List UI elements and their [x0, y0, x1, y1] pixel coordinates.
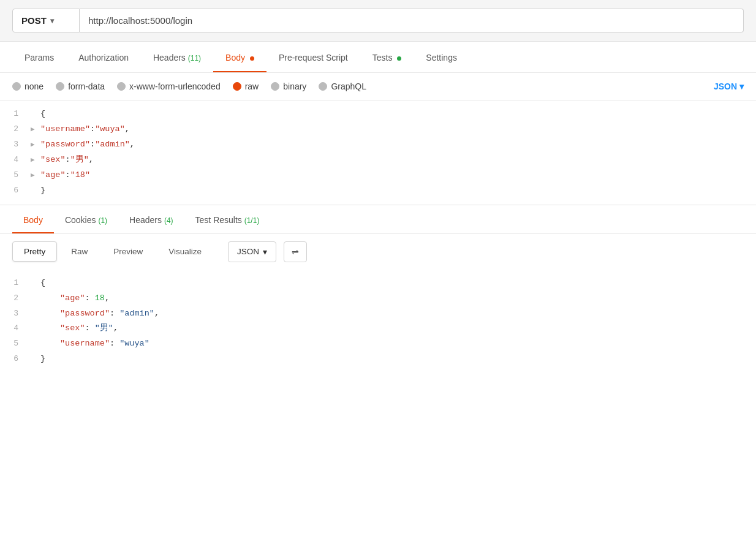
resp-tab-cookies[interactable]: Cookies (1)	[54, 205, 118, 233]
resp-line-5: 5 "username": "wuya"	[0, 336, 756, 352]
chevron-down-icon: ▾	[263, 247, 267, 257]
tab-authorization[interactable]: Authorization	[66, 42, 141, 72]
resp-tab-test-results[interactable]: Test Results (1/1)	[184, 205, 271, 233]
resp-line-4: 4 "sex": "男",	[0, 321, 756, 336]
tab-tests[interactable]: Tests	[360, 42, 414, 72]
tab-headers[interactable]: Headers (11)	[141, 42, 213, 72]
response-toolbar: Pretty Raw Preview Visualize JSON ▾ ⇌	[0, 234, 756, 270]
tests-dot	[397, 56, 401, 61]
radio-circle-urlencoded	[117, 82, 126, 91]
resp-tab-body[interactable]: Body	[12, 205, 54, 233]
tab-settings[interactable]: Settings	[414, 42, 469, 72]
resp-line-6: 6 }	[0, 352, 756, 367]
radio-none[interactable]: none	[12, 81, 43, 91]
wrap-icon: ⇌	[292, 247, 299, 257]
method-label: POST	[21, 15, 47, 26]
pretty-button[interactable]: Pretty	[12, 241, 57, 262]
req-line-4: 4 ▶ "sex":"男",	[0, 153, 756, 168]
resp-line-2: 2 "age": 18,	[0, 291, 756, 306]
radio-circle-binary	[271, 82, 279, 91]
radio-binary[interactable]: binary	[271, 81, 306, 91]
tab-body[interactable]: Body	[213, 42, 266, 72]
req-line-1: 1 {	[0, 107, 756, 122]
req-line-5: 5 ▶ "age":"18"	[0, 168, 756, 183]
resp-tab-headers[interactable]: Headers (4)	[118, 205, 184, 233]
resp-headers-badge: (4)	[164, 216, 173, 225]
req-line-6: 6 }	[0, 183, 756, 199]
response-format-selector[interactable]: JSON ▾	[228, 241, 276, 262]
radio-urlencoded[interactable]: x-www-form-urlencoded	[117, 81, 221, 91]
tab-params[interactable]: Params	[12, 42, 66, 72]
radio-circle-graphql	[319, 82, 327, 91]
radio-circle-none	[12, 82, 21, 91]
url-bar: POST ▾	[0, 0, 756, 42]
cookies-badge: (1)	[98, 216, 107, 225]
radio-raw[interactable]: raw	[233, 81, 259, 91]
radio-circle-form-data	[56, 82, 64, 91]
raw-button[interactable]: Raw	[59, 241, 99, 262]
chevron-icon: ▾	[50, 17, 54, 25]
visualize-button[interactable]: Visualize	[157, 241, 213, 262]
method-selector[interactable]: POST ▾	[12, 9, 80, 32]
tab-prerequest[interactable]: Pre-request Script	[266, 42, 360, 72]
resp-line-3: 3 "password": "admin",	[0, 306, 756, 322]
preview-button[interactable]: Preview	[102, 241, 154, 262]
resp-line-1: 1 {	[0, 276, 756, 291]
body-dot	[250, 56, 254, 61]
radio-graphql[interactable]: GraphQL	[319, 81, 366, 91]
url-input[interactable]	[80, 9, 744, 32]
radio-form-data[interactable]: form-data	[56, 81, 105, 91]
test-results-badge: (1/1)	[244, 216, 260, 225]
req-line-2: 2 ▶ "username":"wuya",	[0, 122, 756, 137]
radio-circle-raw	[233, 82, 241, 91]
req-line-3: 3 ▶ "password":"admin",	[0, 137, 756, 153]
body-type-bar: none form-data x-www-form-urlencoded raw…	[0, 73, 756, 100]
request-tab-bar: Params Authorization Headers (11) Body P…	[0, 42, 756, 73]
response-body-code: 1 { 2 "age": 18, 3 "password": "admin", …	[0, 270, 756, 374]
response-section: Body Cookies (1) Headers (4) Test Result…	[0, 205, 756, 374]
json-format-selector[interactable]: JSON ▾	[714, 81, 744, 91]
wrap-button[interactable]: ⇌	[284, 241, 307, 262]
headers-badge: (11)	[188, 54, 201, 62]
response-tab-bar: Body Cookies (1) Headers (4) Test Result…	[0, 205, 756, 234]
request-body-editor[interactable]: 1 { 2 ▶ "username":"wuya", 3 ▶ "password…	[0, 100, 756, 205]
